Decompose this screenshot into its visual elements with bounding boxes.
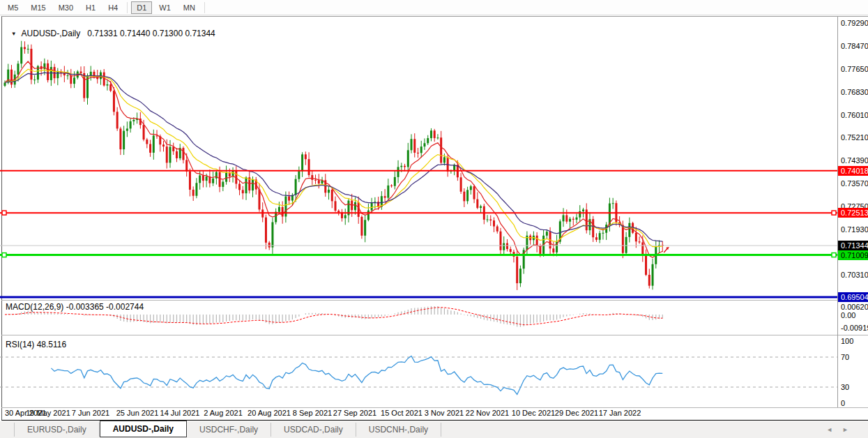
chart-title-symbol: AUDUSD-,Daily (22, 29, 81, 38)
price-tick-label: 0.74390 (841, 156, 868, 165)
tab-usdcnh-daily[interactable]: USDCNH-,Daily (356, 423, 441, 437)
chart-title: ▼AUDUSD-,Daily0.71331 0.71440 0.71300 0.… (6, 19, 215, 38)
date-label: 17 Jan 2022 (599, 409, 641, 417)
price-tick-label: 0.76010 (841, 111, 868, 119)
rsi-tick-label: 70 (841, 353, 849, 361)
date-label: 2 Aug 2021 (204, 409, 243, 417)
macd-tick-label: -0.009197 (841, 324, 868, 332)
macd-tick-label: 0.006201 (841, 303, 868, 311)
ma-line-8 (5, 61, 662, 257)
macd-indicator-label: MACD(12,26,9) -0.003365 -0.002744 (6, 302, 144, 312)
price-tick-label: 0.79290 (841, 19, 868, 27)
rsi-tick-label: 100 (841, 337, 853, 345)
tab-eurusd-daily[interactable]: EURUSD-,Daily (14, 423, 100, 437)
price-line-label: 0.72513 (841, 209, 868, 217)
macd-tick-label: 0.00 (841, 311, 855, 319)
candles-layer (4, 41, 664, 290)
price-tick-label: 0.71930 (841, 225, 868, 234)
chart-canvas[interactable]: 0.792900.784700.776500.768300.760100.752… (0, 0, 868, 438)
rsi-indicator-label: RSI(14) 48.5116 (6, 340, 66, 349)
rsi-tick-label: 0 (841, 399, 845, 407)
last-price-arrow-icon (664, 248, 668, 252)
hline-handle[interactable] (832, 211, 836, 215)
hline-handle[interactable] (832, 253, 836, 257)
rsi-tick-label: 30 (841, 383, 849, 391)
price-line-label: 0.71009 (841, 251, 868, 259)
date-label: 22 Nov 2021 (466, 409, 509, 417)
chart-title-ohlc: 0.71331 0.71440 0.71300 0.71344 (87, 29, 215, 38)
date-label: 10 Dec 2021 (512, 409, 555, 417)
price-line-label: 0.69504 (841, 293, 868, 301)
tab-scroll-right-icon: ► (842, 426, 858, 433)
hline-handle[interactable] (2, 253, 6, 257)
date-label: 29 Dec 2021 (555, 409, 598, 417)
symbol-dropdown-icon[interactable]: ▼ (11, 31, 17, 37)
price-tick-label: 0.78470 (841, 42, 868, 50)
date-label: 20 Aug 2021 (248, 409, 291, 417)
date-label: 7 Jun 2021 (72, 409, 109, 417)
date-label: 19 May 2021 (26, 409, 70, 417)
tab-audusd-daily[interactable]: AUDUSD-,Daily (100, 421, 187, 437)
price-tick-label: 0.75210 (841, 133, 868, 142)
hline-handle[interactable] (2, 211, 6, 215)
date-label: 15 Oct 2021 (381, 409, 422, 417)
price-line-label: 0.71344 (841, 241, 868, 250)
tab-scroll-arrows[interactable]: ◄► (826, 426, 858, 433)
date-label: 27 Sep 2021 (333, 409, 376, 417)
tab-usdchf-daily[interactable]: USDCHF-,Daily (187, 423, 271, 437)
date-label: 25 Jun 2021 (116, 409, 159, 417)
tab-scroll-left-icon: ◄ (826, 426, 842, 433)
date-label: 3 Nov 2021 (425, 409, 464, 417)
price-line-label: 0.74018 (841, 167, 868, 175)
price-tick-label: 0.73570 (841, 179, 868, 188)
symbol-tab-bar: EURUSD-,Daily AUDUSD-,Daily USDCHF-,Dail… (0, 421, 868, 438)
tab-usdcad-daily[interactable]: USDCAD-,Daily (271, 423, 356, 437)
rsi-line (51, 356, 662, 394)
date-label: 14 Jul 2021 (160, 409, 200, 417)
price-tick-label: 0.77650 (841, 65, 868, 73)
price-tick-label: 0.76830 (841, 88, 868, 96)
date-label: 8 Sep 2021 (293, 409, 332, 417)
price-tick-label: 0.70310 (841, 271, 868, 279)
